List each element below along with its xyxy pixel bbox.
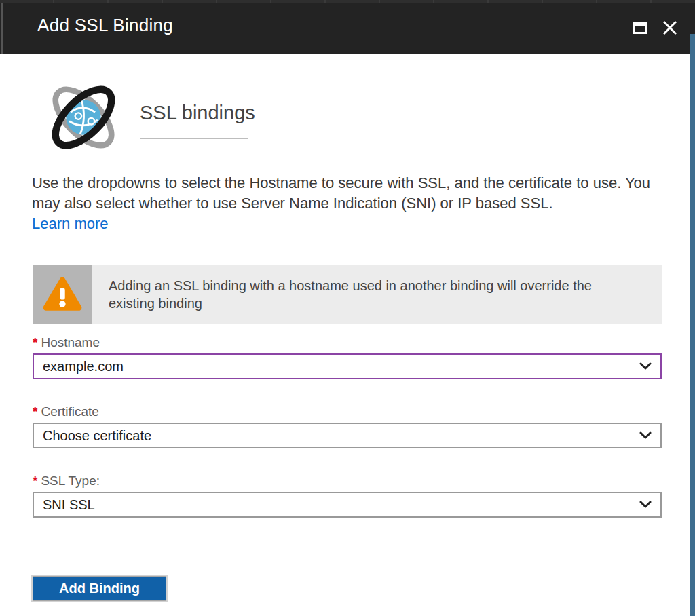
blade-left-border-header <box>1 3 3 54</box>
chevron-down-icon <box>639 501 652 509</box>
ssl-type-dropdown-value: SNI SSL <box>43 497 95 513</box>
hostname-label-text: Hostname <box>41 335 100 349</box>
certificate-dropdown-value: Choose certificate <box>43 428 151 444</box>
warning-text: Adding an SSL binding with a hostname us… <box>92 265 662 324</box>
description-text: Use the dropdowns to select the Hostname… <box>32 173 651 214</box>
hostname-dropdown[interactable]: example.com <box>33 353 662 379</box>
ssl-type-dropdown[interactable]: SNI SSL <box>33 492 662 518</box>
heading-divider <box>140 138 248 139</box>
chevron-down-icon <box>639 362 652 370</box>
certificate-label-text: Certificate <box>41 404 99 419</box>
maximize-icon <box>633 22 647 34</box>
ssl-bindings-orbit-icon <box>45 79 122 156</box>
chevron-down-icon <box>639 431 652 440</box>
warning-triangle-icon <box>42 276 83 313</box>
hostname-dropdown-value: example.com <box>43 359 124 374</box>
add-binding-button[interactable]: Add Binding <box>33 576 166 601</box>
blade-content: SSL bindings Use the dropdowns to select… <box>0 54 690 616</box>
ssl-type-label: *SSL Type: <box>33 474 100 488</box>
portal-background-strip <box>690 3 695 616</box>
hostname-label: *Hostname <box>33 335 100 350</box>
required-marker: * <box>33 335 37 349</box>
required-marker: * <box>33 474 37 488</box>
warning-banner: Adding an SSL binding with a hostname us… <box>33 265 662 324</box>
blade-title: Add SSL Binding <box>37 15 173 36</box>
ssl-type-label-text: SSL Type: <box>41 474 100 488</box>
certificate-dropdown[interactable]: Choose certificate <box>33 423 662 448</box>
close-button[interactable] <box>660 18 680 38</box>
learn-more-link[interactable]: Learn more <box>32 215 109 233</box>
required-marker: * <box>33 404 37 419</box>
portal-background-strip-top <box>690 3 695 34</box>
close-icon <box>662 20 678 36</box>
maximize-button[interactable] <box>630 18 650 38</box>
certificate-label: *Certificate <box>33 404 99 419</box>
page-title: SSL bindings <box>140 102 255 124</box>
warning-icon-box <box>33 265 92 324</box>
blade-header: Add SSL Binding <box>0 3 690 54</box>
